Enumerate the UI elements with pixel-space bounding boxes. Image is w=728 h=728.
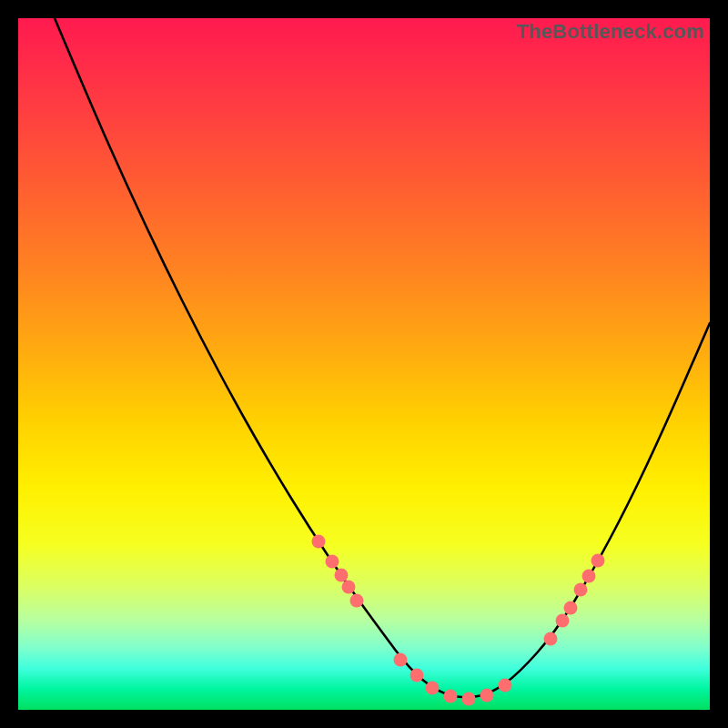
- watermark-text: TheBottleneck.com: [517, 20, 704, 44]
- highlight-dots-left-dot: [326, 555, 339, 569]
- marker-dots: [312, 535, 605, 706]
- highlight-dots-left-dot: [350, 594, 364, 608]
- highlight-dots-right-dot: [544, 632, 558, 646]
- highlight-dots-bottom-dot: [410, 669, 424, 682]
- highlight-dots-left-dot: [335, 569, 349, 582]
- chart-svg: [18, 18, 710, 710]
- bottleneck-curve: [55, 18, 710, 697]
- highlight-dots-bottom-dot: [462, 693, 476, 706]
- highlight-dots-left-dot: [312, 535, 326, 549]
- highlight-dots-bottom-dot: [394, 653, 408, 667]
- highlight-dots-bottom-dot: [444, 690, 458, 703]
- highlight-dots-right-dot: [574, 583, 588, 597]
- highlight-dots-bottom-dot: [499, 679, 512, 693]
- highlight-dots-bottom-dot: [426, 682, 440, 695]
- highlight-dots-bottom-dot: [480, 689, 494, 703]
- highlight-dots-right-dot: [582, 570, 596, 583]
- highlight-dots-right-dot: [564, 602, 578, 615]
- chart-frame: TheBottleneck.com: [18, 18, 710, 710]
- highlight-dots-left-dot: [342, 581, 356, 594]
- highlight-dots-right-dot: [556, 614, 570, 628]
- highlight-dots-right-dot: [592, 554, 605, 568]
